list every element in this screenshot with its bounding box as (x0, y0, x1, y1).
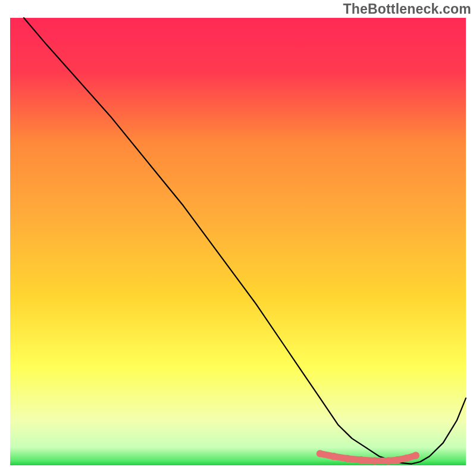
marker-dot (317, 450, 324, 457)
marker-overlay (0, 0, 476, 476)
marker-dot (412, 452, 419, 459)
marker-dot (385, 457, 392, 464)
marker-dot (371, 457, 378, 464)
marker-dot (344, 455, 351, 462)
watermark-label: TheBottleneck.com (343, 1, 471, 17)
flat-region-dots (317, 450, 419, 465)
marker-dot (330, 453, 337, 460)
chart-container: TheBottleneck.com (0, 0, 476, 476)
marker-dot (403, 455, 410, 462)
marker-dot (394, 456, 401, 464)
marker-dot (358, 456, 365, 464)
